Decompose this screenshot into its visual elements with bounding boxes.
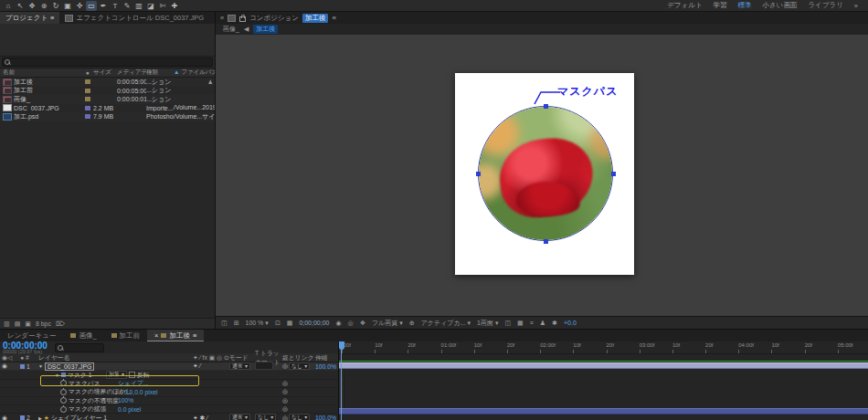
resolution-select[interactable]: フル画質▾ (372, 319, 403, 328)
label-chip[interactable] (85, 114, 90, 119)
panel-menu-icon[interactable]: ≡ (193, 331, 196, 340)
layer-name[interactable]: シェイプレイヤー 1 (51, 414, 107, 420)
project-row[interactable]: 加工前 0:00:05:00 ...ション (0, 87, 215, 96)
timeline-track-area[interactable]: :00f 10f 20f 01:00f 10f 20f 02:00f 10f 2… (339, 341, 868, 420)
project-row[interactable]: DSC_0037.JPG 2.2 MB Importe...G /Volume.… (0, 104, 215, 113)
layer-switches[interactable]: ✦ ⁄ (193, 362, 229, 370)
workspace-overflow-icon[interactable]: » (854, 2, 858, 10)
column-media-duration[interactable]: メディアデ... (117, 68, 146, 77)
composition-canvas[interactable]: マスクパス (455, 73, 634, 275)
breadcrumb-current[interactable]: 加工後 (253, 25, 278, 34)
trkmat-empty-box[interactable] (255, 362, 273, 370)
project-row[interactable]: 加工.psd 7.9 MB Photoshop /Volume...サイリング … (0, 112, 215, 121)
dual-view-icon[interactable]: ⊞ (234, 320, 239, 327)
playhead-handle[interactable] (339, 341, 344, 350)
layer-row-2[interactable]: ◉ 2 ▶ ★ シェイプレイヤー 1 ✦ ✱ ⁄ 通常▾ なし▾ ◎なし▾ 10… (0, 414, 338, 420)
column-size[interactable]: サイズ (93, 68, 117, 77)
viewer-comp-name[interactable]: 加工後 (302, 14, 329, 23)
new-folder-icon[interactable]: ▤ (15, 320, 21, 328)
stretch-value[interactable]: 100.0% (315, 415, 338, 420)
camera-select[interactable]: アクティブカ...▾ (421, 319, 471, 328)
mask-vertex-top[interactable] (544, 104, 548, 109)
breadcrumb-parent[interactable]: 画像_ (223, 25, 239, 34)
viewer-timecode[interactable]: 0;00;00;00 (299, 320, 329, 326)
layer-1-duration-bar[interactable] (339, 362, 868, 369)
column-name[interactable]: 名前 (0, 68, 82, 77)
timeline-ruler[interactable]: :00f 10f 20f 01:00f 10f 20f 02:00f 10f 2… (339, 341, 868, 354)
label-chip[interactable] (85, 106, 90, 110)
pickwhip-icon[interactable]: ◎ (282, 415, 288, 420)
mask-circle[interactable] (478, 106, 613, 241)
exposure-value[interactable]: +0.0 (564, 320, 577, 326)
roi-icon[interactable]: ⊡ (275, 320, 281, 327)
eye-icon[interactable]: ◉ (2, 415, 7, 420)
grid-guides-icon[interactable]: ▦ (517, 320, 524, 327)
clone-stamp-tool-icon[interactable]: ▥ (133, 1, 144, 11)
exposure-icon[interactable]: ✱ (552, 320, 557, 327)
layer-switches[interactable]: ✦ ✱ ⁄ (193, 415, 229, 420)
stretch-value[interactable]: 100.0% (315, 363, 338, 370)
mask-feather-value[interactable]: 0.0,0.0 pixel (124, 389, 158, 395)
rotate-tool-icon[interactable]: ↻ (50, 1, 61, 11)
twirl-open-icon[interactable]: ▼ (38, 363, 43, 369)
channels-icon[interactable]: ❖ (360, 320, 365, 327)
layer-color-chip[interactable] (20, 364, 25, 369)
magnification-select[interactable]: 100 %▾ (246, 320, 269, 327)
blend-mode-select[interactable]: 通常▾ (229, 362, 250, 371)
workspace-small-screen[interactable]: 小さい画面 (763, 1, 798, 10)
snapshot-icon[interactable]: ◉ (335, 320, 341, 327)
show-snapshot-icon[interactable]: ◎ (348, 320, 354, 327)
label-chip[interactable] (85, 89, 90, 93)
interpret-footage-icon[interactable]: ▥ (4, 320, 10, 328)
blend-mode-select[interactable]: 通常▾ (229, 414, 250, 420)
workspace-learn[interactable]: 学習 (714, 1, 727, 10)
type-tool-icon[interactable]: T (110, 1, 121, 11)
parent-select[interactable]: なし▾ (289, 362, 310, 371)
eye-icon[interactable]: ◉ (2, 362, 7, 369)
stopwatch-icon[interactable] (60, 406, 67, 413)
parent-select[interactable]: なし▾ (289, 414, 310, 420)
project-search-input[interactable] (2, 58, 213, 67)
tab-comp-before[interactable]: 加工前 (104, 330, 148, 341)
workspace-default[interactable]: デフォルト (667, 1, 702, 10)
pickwhip-icon[interactable]: ◎ (282, 362, 288, 370)
bit-depth-toggle[interactable]: 8 bpc (36, 320, 51, 327)
panel-menu-icon[interactable]: ≡ (50, 14, 54, 22)
layer-name[interactable]: DSC_0037.JPG (45, 362, 94, 371)
workspace-library[interactable]: ライブラリ (808, 1, 842, 10)
layer-2-duration-bar[interactable] (339, 408, 868, 415)
stopwatch-icon[interactable] (60, 389, 67, 395)
rectangle-tool-icon[interactable]: ▭ (86, 1, 97, 11)
twirl-closed-icon[interactable]: ▶ (38, 415, 42, 420)
mask-expansion-value[interactable]: 0.0 pixel (118, 406, 141, 413)
selection-tool-icon[interactable]: ↖ (15, 1, 26, 11)
close-icon[interactable]: × (154, 331, 158, 340)
zoom-tool-icon[interactable]: ⊕ (38, 1, 49, 11)
layer-color-chip[interactable] (20, 415, 25, 420)
column-label-icon[interactable]: ● (82, 69, 93, 76)
tab-comp-image[interactable]: 画像_ (63, 330, 103, 341)
pickwhip-icon[interactable]: ◎ (282, 388, 288, 395)
label-chip[interactable] (85, 79, 90, 84)
camera-tool-icon[interactable]: ▣ (62, 1, 73, 11)
timeline-search-input[interactable] (55, 343, 104, 352)
pen-tool-icon[interactable]: ✒ (98, 1, 109, 11)
hand-tool-icon[interactable]: ✥ (26, 1, 37, 11)
workspace-standard[interactable]: 標準 (738, 1, 752, 10)
mask-opacity-value[interactable]: 100% (118, 397, 133, 404)
tab-comp-after[interactable]: × 加工後 ≡ (147, 330, 204, 341)
mask-vertex-bottom[interactable] (544, 239, 548, 244)
constrain-link-icon[interactable]: ∞ (118, 389, 122, 395)
project-row[interactable]: 加工後 0:00:05:00 ...ション ♟ (0, 78, 215, 87)
target-region-icon[interactable]: ⊕ (409, 320, 415, 327)
playhead-line[interactable] (341, 341, 342, 420)
always-preview-icon[interactable]: ◫ (221, 320, 228, 327)
dock-back-icon[interactable]: « (220, 14, 224, 22)
mask-vertex-right[interactable] (611, 172, 616, 176)
timeline-jump-icon[interactable]: ≡ (530, 320, 534, 326)
tab-project[interactable]: プロジェクト ≡ (0, 12, 59, 24)
stopwatch-icon[interactable] (60, 397, 67, 404)
label-chip[interactable] (85, 97, 90, 101)
trkmat-select[interactable]: なし▾ (255, 414, 276, 420)
pixel-aspect-icon[interactable]: ◫ (504, 320, 511, 327)
